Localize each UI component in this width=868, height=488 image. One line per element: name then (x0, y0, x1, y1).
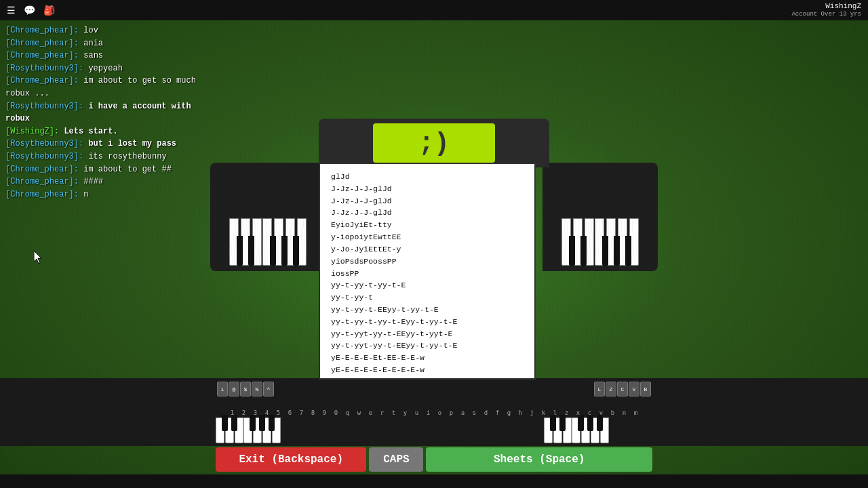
menu-icon[interactable]: ☰ (7, 5, 16, 16)
key-number-label: u (412, 409, 422, 416)
user-info: WishingZ Account Over 13 yrs (791, 1, 861, 19)
sheet-overlay[interactable]: glJdJ-Jz-J-J-glJdJ-Jz-J-J-glJdJ-Jz-J-J-g… (319, 163, 536, 380)
chat-username: [Chrome_phear]: (5, 26, 79, 35)
top-bar: ☰ 💬 🎒 WishingZ Account Over 13 yrs (0, 0, 868, 20)
sheet-line: yy-t-yy-t (331, 291, 524, 304)
chat-message: #### (79, 177, 103, 186)
sheet-line: yy-t-yy-t-EEyy-t-yy-t-E (331, 304, 524, 316)
chat-message: n (79, 190, 88, 199)
chat-line: [Rosythebunny3]: but i lost my pass (5, 138, 205, 150)
key-number-label: y (400, 409, 411, 416)
sheet-line: yy-t-yyt-yy-t-EEyy-t-yy-t-E (331, 340, 524, 352)
key-number-label: k (538, 409, 549, 416)
chat-username: [WishingZ]: (5, 127, 59, 136)
sheet-line: J-Jz-J-J-glJd (331, 195, 524, 207)
chat-line: [Rosythebunny3]: i have a account with r… (5, 100, 205, 125)
sheet-line: J-Jz-J-J-glJd (331, 207, 524, 219)
chat-username: [Chrome_phear]: (5, 39, 79, 48)
caps-button[interactable]: CAPS (369, 447, 423, 472)
mini-keys-left (216, 412, 324, 443)
chat-message: Lets start. (59, 127, 117, 136)
chat-username: [Chrome_phear]: (5, 76, 79, 85)
chat-username: [Rosythebunny3]: (5, 64, 83, 73)
key-number-label: m (631, 409, 642, 416)
key-number-label: e (366, 409, 376, 416)
key-number-label: r (377, 409, 388, 416)
key-number-label: h (515, 409, 526, 416)
chat-message: sans (79, 51, 103, 60)
sheet-line: glJd (331, 171, 524, 183)
mini-keyboard-right: L Z C V B (594, 382, 651, 396)
sheet-line: EyioJyiEt-tty (331, 219, 524, 231)
action-buttons: Exit (Backspace) CAPS Sheets (Space) (216, 447, 652, 472)
key-number-label: p (446, 409, 457, 416)
key-number-label: q (342, 409, 353, 416)
sheet-line: yy-t-yy-t-yy-t-E (331, 279, 524, 291)
chat-username: [Chrome_phear]: (5, 51, 79, 60)
chat-line: [Chrome_phear]: n (5, 188, 205, 201)
chat-message: im about to get ## (79, 165, 172, 174)
chat-line: [Chrome_phear]: #### (5, 176, 205, 188)
sheet-line: yy-t-yyt-yy-t-EEyy-t-yyt-E (331, 328, 524, 340)
key-number-label: 0 (331, 409, 342, 416)
chat-username: [Rosythebunny3]: (5, 102, 83, 111)
chat-message: ania (79, 39, 103, 48)
key-number-label: d (481, 409, 492, 416)
piano-display: ;) (373, 123, 495, 163)
top-bar-icons: ☰ 💬 🎒 (7, 5, 55, 16)
chat-message: but i lost my pass (83, 139, 176, 148)
piano-right-bank (542, 163, 658, 271)
sheet-line: J-Jz-J-J-glJd (331, 183, 524, 195)
key-number-label: 8 (308, 409, 319, 416)
chat-username: [Rosythebunny3]: (5, 152, 83, 161)
key-number-label: 7 (296, 409, 307, 416)
key-number-label: n (619, 409, 630, 416)
chat-icon[interactable]: 💬 (24, 5, 35, 16)
sheets-button[interactable]: Sheets (Space) (426, 447, 652, 472)
chat-message: yepyeah (83, 64, 123, 73)
sheet-line: yE-E-E-E-E-E-E-E-w (331, 376, 524, 380)
sheet-line: y-Jo-JyiEttEt-y (331, 243, 524, 256)
sheet-line: yE-E-E-E-Et-EE-E-E-w (331, 352, 524, 364)
key-number-label: o (435, 409, 446, 416)
key-number-label: s (469, 409, 480, 416)
key-number-label: a (458, 409, 469, 416)
mini-keyboard-left: l @ $ % ^ (217, 382, 274, 396)
chat-line: [Chrome_phear]: lov (5, 24, 205, 37)
account-age: Account Over 13 yrs (791, 11, 861, 19)
chat-message: its rosythebunny (83, 152, 166, 161)
chat-line: [Chrome_phear]: ania (5, 37, 205, 50)
bag-icon[interactable]: 🎒 (43, 5, 55, 16)
key-number-label: w (354, 409, 365, 416)
bottom-bar (0, 474, 868, 488)
sheet-line: yE-E-E-E-E-E-E-E-E-w (331, 364, 524, 376)
sheet-line: y-iopoiytEwttEE (331, 231, 524, 243)
chat-message: lov (79, 26, 98, 35)
key-number-label: j (527, 409, 538, 416)
chat-line: [Chrome_phear]: sans (5, 49, 205, 62)
key-number-label: f (492, 409, 503, 416)
bottom-keyboard-section: l @ $ % ^ L Z C V B (0, 378, 868, 446)
username: WishingZ (791, 1, 861, 11)
chat-line: [Rosythebunny3]: its rosythebunny (5, 150, 205, 163)
chat-username: [Rosythebunny3]: (5, 139, 83, 148)
chat-line: [Rosythebunny3]: yepyeah (5, 62, 205, 75)
piano-top-body: ;) (319, 119, 549, 167)
chat-line: [Chrome_phear]: im about to get so much … (5, 75, 205, 100)
chat-line: [WishingZ]: Lets start. (5, 125, 205, 138)
sheet-line: yy-t-yy-t-yy-t-Eyy-t-yy-t-E (331, 316, 524, 328)
key-number-label: g (504, 409, 515, 416)
key-number-label: 6 (285, 409, 296, 416)
key-number-label: 9 (319, 409, 330, 416)
chat-username: [Chrome_phear]: (5, 177, 79, 186)
piano-left-bank (210, 163, 326, 271)
chat-username: [Chrome_phear]: (5, 190, 79, 199)
sheet-line: yioPsdsPoossPP (331, 256, 524, 268)
exit-button[interactable]: Exit (Backspace) (216, 447, 366, 472)
chat-username: [Chrome_phear]: (5, 165, 79, 174)
key-number-label: t (389, 409, 399, 416)
key-number-label: i (423, 409, 434, 416)
display-text: ;) (418, 129, 450, 158)
key-number-label: 2 (239, 409, 250, 416)
key-number-label: b (608, 409, 618, 416)
